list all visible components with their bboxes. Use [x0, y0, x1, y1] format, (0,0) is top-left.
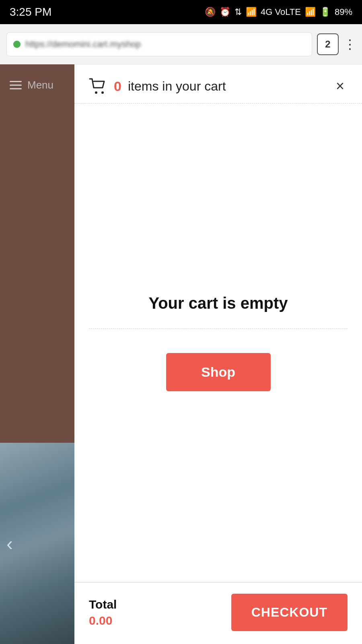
secure-dot-icon — [13, 41, 21, 48]
close-cart-button[interactable]: × — [333, 77, 348, 95]
cart-footer: Total 0.00 CHECKOUT — [74, 582, 362, 644]
hamburger-line-3 — [10, 88, 22, 89]
status-bar: 3:25 PM 🔕 ⏰ ⇅ 📶 4G VoLTE 📶 🔋 89% — [0, 0, 362, 24]
total-label: Total — [89, 598, 117, 611]
cart-body: Your cart is empty Shop — [74, 103, 362, 582]
battery-icon: 🔋 — [320, 7, 331, 17]
sidebar-menu-row: Menu — [0, 64, 74, 101]
empty-cart-message: Your cart is empty — [148, 294, 288, 312]
status-time: 3:25 PM — [10, 6, 51, 19]
hamburger-line-1 — [10, 81, 22, 82]
total-amount: 0.00 — [89, 614, 117, 627]
shop-button[interactable]: Shop — [166, 353, 271, 391]
svg-point-0 — [95, 91, 97, 94]
url-bar[interactable]: https://demomini.cart.myshop — [6, 32, 312, 56]
browser-menu-dots-icon[interactable]: ⋮ — [343, 38, 356, 51]
hamburger-icon[interactable] — [10, 81, 22, 89]
sync-icon: ⇅ — [234, 7, 242, 17]
slider-area: ‹ — [0, 443, 74, 644]
status-icons: 🔕 ⏰ ⇅ 📶 4G VoLTE 📶 🔋 89% — [205, 7, 352, 17]
cart-icon — [89, 78, 107, 94]
svg-point-1 — [101, 91, 104, 94]
signal-icon-2: 📶 — [305, 7, 316, 17]
cart-body-divider — [89, 328, 348, 329]
cart-header-title: items in your cart — [128, 79, 226, 94]
cart-header-left: 0 items in your cart — [89, 78, 226, 94]
menu-label: Menu — [27, 79, 53, 91]
browser-bar: https://demomini.cart.myshop 2 ⋮ — [0, 24, 362, 64]
cart-header: 0 items in your cart × — [74, 64, 362, 103]
alarm-icon: ⏰ — [220, 7, 230, 17]
cart-panel: 0 items in your cart × Your cart is empt… — [74, 64, 362, 644]
hamburger-line-2 — [10, 85, 22, 86]
url-text[interactable]: https://demomini.cart.myshop — [25, 39, 141, 50]
tab-count-button[interactable]: 2 — [317, 33, 339, 55]
slider-prev-arrow-icon[interactable]: ‹ — [6, 533, 13, 555]
battery-percent: 89% — [335, 7, 352, 17]
slider-image: ‹ — [0, 443, 74, 644]
mute-icon: 🔕 — [205, 7, 216, 17]
cart-count-badge: 0 — [114, 78, 121, 94]
total-section: Total 0.00 — [89, 598, 117, 627]
signal-icon: 📶 — [246, 7, 257, 17]
volte-label: 4G VoLTE — [261, 7, 301, 17]
checkout-button[interactable]: CHECKOUT — [231, 594, 348, 631]
